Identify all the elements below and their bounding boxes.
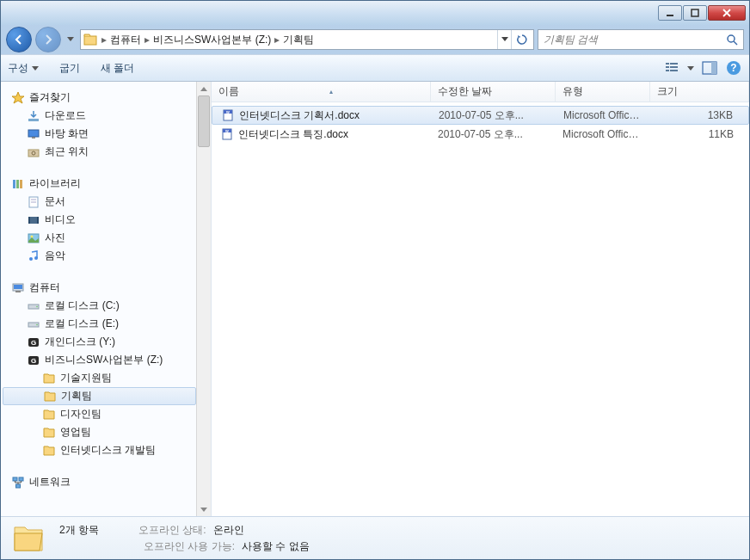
sidebar-item-music[interactable]: 음악 [3,247,196,265]
file-row[interactable]: W 인터넷디스크 기획서.docx 2010-07-05 오후... Micro… [212,106,749,125]
folder-icon [42,372,56,385]
docx-icon: W [220,127,234,141]
close-button[interactable] [708,5,746,21]
new-folder-label: 새 폴더 [101,61,134,76]
svg-rect-43 [13,477,17,481]
sidebar-item-desktop[interactable]: 바탕 화면 [3,125,196,143]
svg-point-36 [36,305,38,307]
sidebar-item-network[interactable]: 네트워크 [3,473,196,491]
column-header-type[interactable]: 유형 [556,82,650,102]
sidebar-subfolder[interactable]: 디자인팀 [3,405,196,423]
offline-state-value: 온라인 [213,523,244,538]
download-icon [27,109,40,123]
view-options-button[interactable] [663,59,680,77]
refresh-button[interactable] [511,30,532,49]
search-input[interactable] [544,34,726,46]
svg-rect-21 [20,180,22,188]
sidebar-subfolder[interactable]: 영업팀 [3,423,196,441]
sidebar-subfolder-selected[interactable]: 기획팀 [3,387,196,405]
tree-label: 디자인팀 [60,407,101,422]
svg-rect-33 [14,285,22,289]
organize-menu[interactable]: 구성 [8,61,39,76]
explorer-window: ▸ 컴퓨터 ▸ 비즈니스SW사업본부 (Z:) ▸ 기획팀 [0,0,750,560]
tree-label: 기술지원팀 [60,371,112,385]
svg-rect-0 [667,15,673,16]
sidebar-item-drive-e[interactable]: 로컬 디스크 (E:) [3,315,196,333]
column-header-name[interactable]: 이름 ▴ [212,82,431,102]
sidebar-item-documents[interactable]: 문서 [3,193,196,211]
content-area: 즐겨찾기 다운로드 바탕 화면 최근 위치 [1,82,749,516]
tree-label: 비디오 [45,212,76,227]
breadcrumb: ▸ 컴퓨터 ▸ 비즈니스SW사업본부 (Z:) ▸ 기획팀 [101,33,497,47]
sidebar-item-pictures[interactable]: 사진 [3,229,196,247]
scroll-up-icon[interactable] [197,82,211,95]
svg-text:G: G [31,339,36,347]
tree-label: 최근 위치 [45,145,89,159]
sidebar-item-libraries[interactable]: 라이브러리 [3,175,196,193]
tree-label: 바탕 화면 [45,126,89,141]
col-label: 수정한 날짜 [438,84,492,99]
file-name: 인터넷디스크 특징.docx [238,127,348,142]
offline-avail-label: 오프라인 사용 가능: [144,539,235,554]
folder-icon [83,32,98,47]
svg-rect-27 [37,217,39,224]
tree-label: 라이브러리 [29,176,81,191]
sidebar-item-recent[interactable]: 최근 위치 [3,143,196,161]
sidebar-item-drive-c[interactable]: 로컬 디스크 (C:) [3,297,196,315]
sidebar-scrollbar[interactable] [196,82,211,516]
drive-icon [27,299,40,313]
file-date: 2010-07-05 오후... [431,127,556,142]
address-dropdown[interactable] [497,30,511,49]
scroll-down-icon[interactable] [197,502,211,516]
item-count: 2개 항목 [59,523,99,538]
sidebar-item-drive-y[interactable]: G 개인디스크 (Y:) [3,333,196,351]
folder-icon [43,390,57,403]
svg-point-30 [29,257,33,261]
svg-rect-11 [711,62,716,74]
preview-pane-button[interactable] [701,59,718,77]
svg-rect-26 [28,217,30,224]
back-button[interactable] [6,27,32,52]
forward-button[interactable] [35,27,61,52]
scroll-thumb[interactable] [198,95,210,147]
file-list[interactable]: W 인터넷디스크 기획서.docx 2010-07-05 오후... Micro… [212,102,749,516]
sidebar-item-computer[interactable]: 컴퓨터 [3,279,196,297]
svg-text:W: W [226,110,230,114]
navigation-bar: ▸ 컴퓨터 ▸ 비즈니스SW사업본부 (Z:) ▸ 기획팀 [1,25,749,54]
nav-history-dropdown[interactable] [65,31,77,48]
sidebar-subfolder[interactable]: 인터넷디스크 개발팀 [3,441,196,459]
picture-icon [27,231,40,245]
sidebar-subfolder[interactable]: 기술지원팀 [3,369,196,387]
crumb-folder[interactable]: 기획팀 [280,33,317,47]
view-dropdown[interactable] [687,66,694,71]
minimize-button[interactable] [658,5,682,21]
file-row[interactable]: W 인터넷디스크 특징.docx 2010-07-05 오후... Micros… [212,125,749,144]
sidebar-item-downloads[interactable]: 다운로드 [3,107,196,125]
new-folder-button[interactable]: 새 폴더 [101,61,134,76]
burn-button[interactable]: 굽기 [59,61,80,76]
svg-rect-5 [670,63,678,65]
tree-label: 다운로드 [45,108,86,123]
address-bar[interactable]: ▸ 컴퓨터 ▸ 비즈니스SW사업본부 (Z:) ▸ 기획팀 [80,29,534,50]
column-header-size[interactable]: 크기 [650,82,749,102]
crumb-computer[interactable]: 컴퓨터 [107,33,144,47]
file-size: 11KB [650,128,747,140]
sidebar-item-videos[interactable]: 비디오 [3,211,196,229]
file-list-pane: 이름 ▴ 수정한 날짜 유형 크기 W 인터넷디스크 기획서.docx 2010… [212,82,749,516]
organize-label: 구성 [8,61,28,76]
file-type: Microsoft Office ... [556,128,650,140]
tree-label: 개인디스크 (Y:) [45,335,115,349]
toolbar: 구성 굽기 새 폴더 ? [1,54,749,82]
computer-icon [11,281,25,295]
svg-rect-6 [666,66,669,68]
search-box[interactable] [538,29,744,50]
help-button[interactable]: ? [725,59,742,77]
music-icon [27,249,40,263]
sidebar-item-favorites[interactable]: 즐겨찾기 [3,89,196,107]
maximize-button[interactable] [683,5,707,21]
crumb-drive[interactable]: 비즈니스SW사업본부 (Z:) [150,33,274,47]
column-header-date[interactable]: 수정한 날짜 [431,82,556,102]
folder-icon [42,408,56,422]
search-icon[interactable] [726,34,738,46]
sidebar-item-drive-z[interactable]: G 비즈니스SW사업본부 (Z:) [3,351,196,369]
